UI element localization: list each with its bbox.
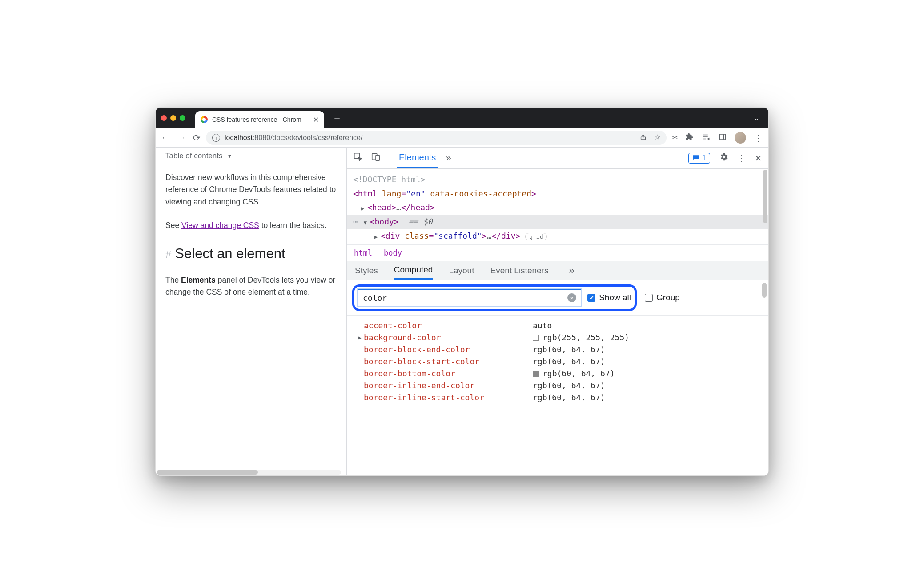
property-value: auto <box>533 321 552 330</box>
chrome-favicon-icon <box>201 116 208 123</box>
styles-tab[interactable]: Styles <box>355 261 378 280</box>
minimize-window-button[interactable] <box>170 115 176 121</box>
computed-row[interactable]: border-block-end-colorrgb(60, 64, 67) <box>356 343 768 355</box>
computed-vertical-scrollbar[interactable] <box>762 283 767 298</box>
sidepanel-icon[interactable] <box>719 133 727 143</box>
crumb-body[interactable]: body <box>384 248 402 257</box>
back-icon[interactable]: ← <box>161 132 170 143</box>
head-open: <head> <box>367 203 396 212</box>
issues-badge[interactable]: 1 <box>688 153 710 164</box>
devtools-menu-icon[interactable]: ⋮ <box>738 153 746 163</box>
share-icon[interactable] <box>639 133 647 142</box>
extensions-icon[interactable] <box>686 133 694 143</box>
site-info-icon[interactable]: i <box>212 134 220 142</box>
checkbox-checked-icon: ✔ <box>587 294 595 302</box>
heading-anchor-icon[interactable]: # <box>165 246 171 263</box>
toc-label: Table of contents <box>165 150 223 162</box>
heading-row: # Select an element <box>165 243 337 264</box>
property-name: border-inline-end-color <box>364 381 533 390</box>
expand-triangle-icon[interactable]: ▶ <box>374 233 381 242</box>
dom-breadcrumbs: html body <box>347 244 768 261</box>
device-toggle-icon[interactable] <box>371 152 381 164</box>
show-all-checkbox[interactable]: ✔ Show all <box>587 293 631 303</box>
browser-menu-icon[interactable]: ⋮ <box>754 132 763 143</box>
tab-overflow-icon[interactable]: ⌄ <box>754 114 763 122</box>
toc-toggle[interactable]: Table of contents ▼ <box>165 150 337 162</box>
forward-icon[interactable]: → <box>177 132 186 143</box>
html-attr-cookies: data-cookies-accepted <box>430 189 531 198</box>
dom-vertical-scrollbar[interactable] <box>763 170 767 223</box>
collapse-triangle-icon[interactable]: ▼ <box>364 219 370 228</box>
filter-highlight: ✕ ✔ Show all <box>352 284 637 311</box>
expand-triangle-icon[interactable]: ▶ <box>361 204 367 213</box>
html-val-lang: "en" <box>406 189 425 198</box>
event-listeners-tab[interactable]: Event Listeners <box>490 261 548 280</box>
bookmark-icon[interactable]: ☆ <box>654 133 660 142</box>
computed-row[interactable]: ▶background-colorrgb(255, 255, 255) <box>356 331 768 343</box>
inspect-element-icon[interactable] <box>353 152 363 164</box>
property-value: rgb(60, 64, 67) <box>533 369 615 378</box>
page-horizontal-scrollbar[interactable] <box>157 470 341 475</box>
computed-row[interactable]: accent-colorauto <box>356 319 768 331</box>
computed-row[interactable]: border-bottom-colorrgb(60, 64, 67) <box>356 367 768 379</box>
property-name: border-block-start-color <box>364 357 533 366</box>
view-change-css-link[interactable]: View and change CSS <box>181 221 259 230</box>
see-paragraph: See View and change CSS to learn the bas… <box>165 220 337 232</box>
filter-input[interactable] <box>363 293 567 303</box>
crumb-html[interactable]: html <box>354 248 372 257</box>
close-window-button[interactable] <box>161 115 167 121</box>
expand-triangle-icon[interactable]: ▶ <box>356 335 364 341</box>
fullscreen-window-button[interactable] <box>180 115 185 121</box>
elements-tab[interactable]: Elements <box>397 148 438 168</box>
url-port: :8080 <box>253 134 270 141</box>
more-subtabs-icon[interactable]: » <box>569 265 574 276</box>
computed-filter-bar: ✕ ✔ Show all Group <box>347 280 768 316</box>
computed-row[interactable]: border-inline-end-colorrgb(60, 64, 67) <box>356 379 768 391</box>
chevron-down-icon: ▼ <box>227 152 233 160</box>
more-tabs-icon[interactable]: » <box>446 152 451 164</box>
property-value: rgb(60, 64, 67) <box>533 381 605 390</box>
html-attr-lang: lang <box>382 189 401 198</box>
new-tab-button[interactable]: ＋ <box>328 111 346 124</box>
reload-icon[interactable]: ⟳ <box>193 132 201 143</box>
clear-filter-icon[interactable]: ✕ <box>567 293 576 302</box>
computed-tab[interactable]: Computed <box>394 261 433 280</box>
dom-head-row[interactable]: ▶<head>…</head> <box>353 200 764 215</box>
address-bar[interactable]: i localhost:8080/docs/devtools/css/refer… <box>206 131 667 145</box>
nav-buttons: ← → ⟳ <box>161 132 201 143</box>
dom-doctype: <!DOCTYPE html> <box>353 172 764 187</box>
see-suffix: to learn the basics. <box>259 221 327 230</box>
see-prefix: See <box>165 221 181 230</box>
color-swatch-icon[interactable] <box>533 335 539 341</box>
browser-tab[interactable]: CSS features reference - Chrom ✕ <box>195 111 324 128</box>
dom-div-row[interactable]: ▶<div class="scaffold">…</div> grid <box>353 229 764 243</box>
window-controls <box>161 115 185 121</box>
dom-html-row[interactable]: <html lang="en" data-cookies-accepted> <box>353 187 764 201</box>
dom-tree[interactable]: <!DOCTYPE html> <html lang="en" data-coo… <box>347 169 768 244</box>
close-tab-icon[interactable]: ✕ <box>313 116 319 124</box>
url-text: localhost:8080/docs/devtools/css/referen… <box>225 134 635 142</box>
color-swatch-icon[interactable] <box>533 371 539 377</box>
more-actions-icon[interactable]: ⋯ <box>353 217 359 226</box>
dom-body-row-selected[interactable]: ⋯ ▼<body> == $0 <box>347 215 768 229</box>
intro-paragraph: Discover new workflows in this comprehen… <box>165 172 337 208</box>
div-open: <div <box>381 231 405 240</box>
grid-badge[interactable]: grid <box>525 233 547 240</box>
tab-strip: CSS features reference - Chrom ✕ ＋ ⌄ <box>156 108 768 128</box>
computed-row[interactable]: border-block-start-colorrgb(60, 64, 67) <box>356 355 768 367</box>
div-mid: > <box>482 231 487 240</box>
group-checkbox[interactable]: Group <box>645 293 680 303</box>
head-close: </head> <box>401 203 435 212</box>
scissors-icon[interactable]: ✂ <box>672 133 678 142</box>
page-pane: Table of contents ▼ Discover new workflo… <box>156 148 347 475</box>
layout-tab[interactable]: Layout <box>449 261 474 280</box>
tab-title: CSS features reference - Chrom <box>212 116 309 123</box>
settings-gear-icon[interactable] <box>719 152 729 164</box>
profile-avatar[interactable] <box>735 132 746 144</box>
close-devtools-icon[interactable]: ✕ <box>755 153 762 164</box>
property-value: rgb(60, 64, 67) <box>533 357 605 366</box>
filter-input-container[interactable]: ✕ <box>358 289 581 306</box>
computed-row[interactable]: border-inline-start-colorrgb(60, 64, 67) <box>356 391 768 403</box>
playlist-icon[interactable] <box>702 133 711 143</box>
property-name: accent-color <box>364 321 533 330</box>
